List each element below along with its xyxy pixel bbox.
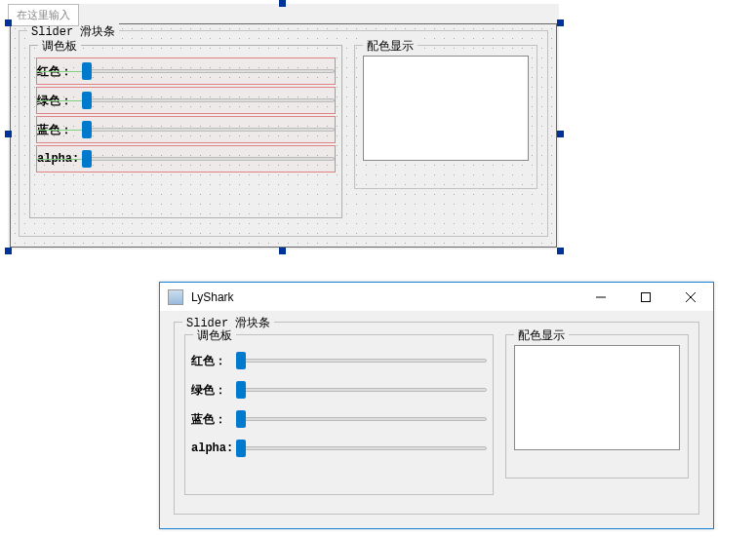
selection-handle[interactable]: [557, 19, 564, 26]
groupbox-slider-outer: Slider 滑块条 调色板 红色： 绿色： 蓝色：: [174, 322, 699, 515]
titlebar[interactable]: LyShark: [160, 283, 713, 312]
groupbox-title: 调色板: [193, 327, 236, 344]
maximize-icon: [641, 292, 651, 302]
form-design-surface[interactable]: Slider 滑块条 调色板 红色： 绿色： 蓝色：: [10, 23, 557, 248]
slider-red[interactable]: [236, 352, 487, 369]
slider-row-green[interactable]: 绿色：: [36, 87, 336, 114]
slider-thumb[interactable]: [236, 440, 246, 457]
slider-thumb[interactable]: [82, 92, 92, 109]
label-alpha: alpha:: [191, 441, 236, 455]
groupbox-color-display[interactable]: 配色显示: [354, 45, 537, 189]
slider-thumb[interactable]: [82, 150, 92, 168]
designer-canvas: 在这里输入 Slider 滑块条 调色板 红色： 绿色：: [8, 4, 559, 249]
groupbox-color-palette: 调色板 红色： 绿色： 蓝色： alpha:: [184, 334, 494, 495]
label-alpha: alpha:: [37, 152, 82, 166]
slider-green[interactable]: [236, 381, 487, 399]
slider-green[interactable]: [82, 92, 335, 109]
label-green: 绿色：: [191, 382, 236, 399]
slider-row-red: 红色：: [191, 347, 487, 374]
window-body: Slider 滑块条 调色板 红色： 绿色： 蓝色：: [160, 312, 713, 528]
groupbox-title: 调色板: [38, 38, 81, 55]
app-icon: [168, 289, 183, 305]
slider-row-blue[interactable]: 蓝色：: [36, 116, 336, 143]
selection-handle[interactable]: [5, 19, 12, 26]
slider-row-alpha[interactable]: alpha:: [36, 145, 336, 173]
minimize-button[interactable]: [578, 283, 623, 312]
slider-row-blue: 蓝色：: [191, 405, 487, 433]
slider-thumb[interactable]: [236, 410, 246, 428]
slider-thumb[interactable]: [82, 62, 92, 80]
close-button[interactable]: [668, 283, 713, 312]
selection-handle[interactable]: [279, 0, 286, 7]
runtime-window: LyShark Slider 滑块条 调色板 红色：: [159, 282, 714, 529]
selection-handle[interactable]: [5, 131, 12, 137]
color-display-area: [514, 345, 680, 450]
slider-red[interactable]: [82, 62, 335, 80]
slider-thumb[interactable]: [82, 121, 92, 138]
slider-alpha[interactable]: [82, 150, 335, 168]
svg-rect-1: [642, 292, 651, 301]
groupbox-slider-outer[interactable]: Slider 滑块条 调色板 红色： 绿色： 蓝色：: [19, 30, 548, 237]
color-display-area: [363, 56, 529, 161]
selection-handle[interactable]: [279, 248, 286, 254]
slider-row-red[interactable]: 红色：: [36, 58, 336, 85]
groupbox-color-display: 配色显示: [505, 334, 689, 479]
tab-placeholder-input[interactable]: 在这里输入: [8, 4, 79, 26]
maximize-button[interactable]: [623, 283, 668, 312]
slider-row-alpha: alpha:: [191, 435, 487, 462]
selection-handle[interactable]: [5, 248, 12, 254]
groupbox-title: 配色显示: [514, 327, 569, 344]
selection-handle[interactable]: [557, 131, 564, 137]
slider-blue[interactable]: [82, 121, 335, 138]
window-title: LyShark: [191, 290, 578, 304]
slider-thumb[interactable]: [236, 352, 246, 369]
label-red: 红色：: [191, 353, 236, 369]
groupbox-color-palette[interactable]: 调色板 红色： 绿色： 蓝色： alpha:: [29, 45, 342, 218]
slider-row-green: 绿色：: [191, 376, 487, 403]
minimize-icon: [596, 292, 606, 302]
slider-alpha[interactable]: [236, 440, 487, 457]
label-red: 红色：: [37, 63, 82, 80]
label-blue: 蓝色：: [37, 122, 82, 138]
selection-handle[interactable]: [557, 248, 564, 254]
groupbox-title: 配色显示: [363, 38, 418, 55]
close-icon: [686, 292, 696, 302]
label-green: 绿色：: [37, 93, 82, 109]
label-blue: 蓝色：: [191, 411, 236, 428]
slider-blue[interactable]: [236, 410, 487, 428]
slider-thumb[interactable]: [236, 381, 246, 399]
